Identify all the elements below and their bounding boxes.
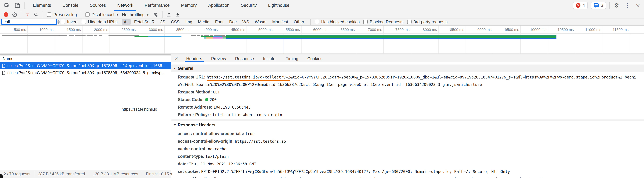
settings-gear-icon[interactable]: ⚙ bbox=[613, 2, 620, 9]
search-icon[interactable] bbox=[34, 12, 38, 17]
tab-application[interactable]: Application bbox=[202, 0, 235, 11]
details-tab-timing[interactable]: Timing bbox=[281, 55, 303, 62]
network-overview[interactable]: 500 ms1000 ms1500 ms2000 ms2500 ms3000 m… bbox=[0, 26, 644, 55]
waterfall-bar bbox=[204, 38, 206, 39]
header-value: GET bbox=[213, 90, 220, 94]
throttling-value: No throttling bbox=[122, 12, 144, 17]
filter-input[interactable] bbox=[4, 20, 58, 24]
filter-3rd-party-requests[interactable]: 3rd-party requests bbox=[407, 20, 448, 24]
import-har-icon[interactable] bbox=[166, 12, 171, 17]
blocked-requests-label: Blocked Requests bbox=[370, 20, 404, 24]
tab-memory[interactable]: Memory bbox=[175, 0, 202, 11]
clear-filter-icon[interactable]: ✕ bbox=[58, 20, 60, 24]
header-value: 104.198.8.50:443 bbox=[214, 105, 251, 109]
resource-filter-wasm[interactable]: Wasm bbox=[252, 19, 269, 25]
general-section-header[interactable]: ▾ General bbox=[172, 64, 644, 72]
header-row: date: Thu, 11 Nov 2021 12:36:58 GMT bbox=[178, 160, 639, 168]
request-name: collect?v=2&tid=G-VM9YCFJZ0L&gtm=2oeb80&… bbox=[8, 63, 165, 68]
ruler-tick-label: 9500 ms bbox=[490, 28, 519, 32]
waterfall-bar bbox=[204, 35, 209, 36]
resource-filter-manifest[interactable]: Manifest bbox=[270, 19, 290, 25]
response-headers-section-header[interactable]: ▾ Response Headers bbox=[172, 121, 644, 129]
issues-count-badge[interactable]: 3 bbox=[591, 2, 606, 9]
tab-console[interactable]: Console bbox=[57, 0, 84, 11]
details-tab-preview[interactable]: Preview bbox=[206, 55, 230, 62]
preserve-log-toggle[interactable]: Preserve log bbox=[47, 12, 77, 17]
details-tab-initiator[interactable]: Initiator bbox=[258, 55, 281, 62]
details-tab-cookies[interactable]: Cookies bbox=[303, 55, 327, 62]
filter-has-blocked-cookies[interactable]: Has blocked cookies bbox=[315, 20, 360, 24]
invert-filter-toggle[interactable]: Invert bbox=[61, 20, 78, 24]
waterfall-bar bbox=[134, 36, 148, 37]
network-main: Name collect?v=2&tid=G-VM9YCFJZ0L&gtm=2o… bbox=[0, 55, 644, 178]
hide-data-urls-checkbox[interactable] bbox=[82, 20, 86, 24]
header-key: Referrer Policy: bbox=[178, 112, 210, 117]
tab-performance[interactable]: Performance bbox=[139, 0, 176, 11]
close-devtools-icon[interactable]: × bbox=[634, 2, 642, 9]
request-tooltip: https://sst.testdns.io bbox=[122, 107, 157, 112]
tab-security[interactable]: Security bbox=[235, 0, 262, 11]
clear-network-log-button[interactable] bbox=[12, 13, 17, 17]
filter-blocked-requests[interactable]: Blocked Requests bbox=[363, 20, 404, 24]
filter-input-box[interactable]: ✕ bbox=[1, 19, 57, 25]
resource-filter-all[interactable]: All bbox=[122, 19, 131, 25]
tab-elements[interactable]: Elements bbox=[27, 0, 57, 11]
network-conditions-icon[interactable] bbox=[153, 12, 158, 17]
tab-lighthouse[interactable]: Lighthouse bbox=[262, 0, 295, 11]
overview-scrollbar-thumb[interactable] bbox=[0, 54, 171, 55]
chevron-down-icon: ▾ bbox=[174, 66, 176, 70]
resource-filter-js[interactable]: JS bbox=[158, 19, 167, 25]
resource-filter-other[interactable]: Other bbox=[292, 19, 306, 25]
error-count-badge[interactable]: ✕ 4 bbox=[573, 2, 588, 9]
waterfall-overview[interactable] bbox=[0, 34, 644, 53]
ruler-tick-label: 3500 ms bbox=[162, 28, 190, 32]
waterfall-bar bbox=[108, 35, 139, 36]
toolbar-divider bbox=[162, 12, 162, 18]
overview-scrollbar[interactable] bbox=[0, 53, 644, 55]
request-row[interactable]: collect?v=2&tid=G-VM9YCFJZ0L&gtm=2oeb80&… bbox=[0, 62, 171, 69]
ruler-tick-label: 1000 ms bbox=[25, 28, 54, 32]
throttling-select[interactable]: No throttling ▼ bbox=[122, 12, 148, 17]
resource-filter-css[interactable]: CSS bbox=[169, 19, 182, 25]
filterbar-divider bbox=[310, 19, 311, 25]
toolbar-divider bbox=[81, 12, 81, 18]
waterfall-bar bbox=[201, 35, 204, 36]
error-count: 4 bbox=[582, 3, 585, 8]
hide-data-urls-label: Hide data URLs bbox=[88, 20, 118, 24]
resource-filter-font[interactable]: Font bbox=[213, 19, 226, 25]
has-blocked-cookies-checkbox[interactable] bbox=[315, 20, 319, 24]
device-toolbar-icon[interactable] bbox=[14, 2, 20, 9]
export-har-icon[interactable] bbox=[175, 12, 180, 17]
inspect-element-icon[interactable] bbox=[4, 2, 10, 9]
overview-gridline bbox=[630, 34, 630, 53]
resource-filter-media[interactable]: Media bbox=[196, 19, 212, 25]
name-column-header[interactable]: Name bbox=[0, 55, 171, 62]
record-network-log-button[interactable] bbox=[4, 12, 8, 17]
resource-filter-doc[interactable]: Doc bbox=[227, 19, 239, 25]
3rd-party-requests-checkbox[interactable] bbox=[407, 20, 412, 24]
invert-checkbox[interactable] bbox=[61, 20, 65, 24]
tab-sources[interactable]: Sources bbox=[84, 0, 112, 11]
ruler-tick-label: 4000 ms bbox=[189, 28, 218, 32]
filter-funnel-icon[interactable] bbox=[25, 12, 30, 17]
resource-filter-img[interactable]: Img bbox=[183, 19, 194, 25]
blocked-requests-checkbox[interactable] bbox=[363, 20, 368, 24]
kebab-menu-icon[interactable]: ⋮ bbox=[624, 2, 631, 9]
disable-cache-checkbox[interactable] bbox=[85, 13, 90, 17]
waterfall-bar bbox=[214, 35, 225, 36]
disable-cache-toggle[interactable]: Disable cache bbox=[85, 12, 118, 17]
header-row: access-control-allow-credentials: true bbox=[178, 130, 639, 137]
close-details-icon[interactable]: × bbox=[172, 56, 182, 61]
ruler-tick-label: 8000 ms bbox=[408, 28, 437, 32]
3rd-party-requests-label: 3rd-party requests bbox=[414, 20, 448, 24]
details-tab-response[interactable]: Response bbox=[230, 55, 258, 62]
resource-filter-fetch-xhr[interactable]: Fetch/XHR bbox=[132, 19, 157, 25]
request-row[interactable]: collect?v=2&tid=G-VM9YCFJZ0L&gtm=2oeb80&… bbox=[0, 69, 171, 76]
details-tab-headers[interactable]: Headers bbox=[182, 55, 206, 62]
tab-network[interactable]: Network bbox=[112, 0, 139, 11]
resource-filter-ws[interactable]: WS bbox=[240, 19, 251, 25]
preserve-log-checkbox[interactable] bbox=[47, 13, 51, 17]
hide-data-urls-toggle[interactable]: Hide data URLs bbox=[82, 20, 118, 24]
header-key: set-cookie: bbox=[178, 169, 201, 174]
header-row: access-control-allow-origin: https://sst… bbox=[178, 137, 639, 145]
